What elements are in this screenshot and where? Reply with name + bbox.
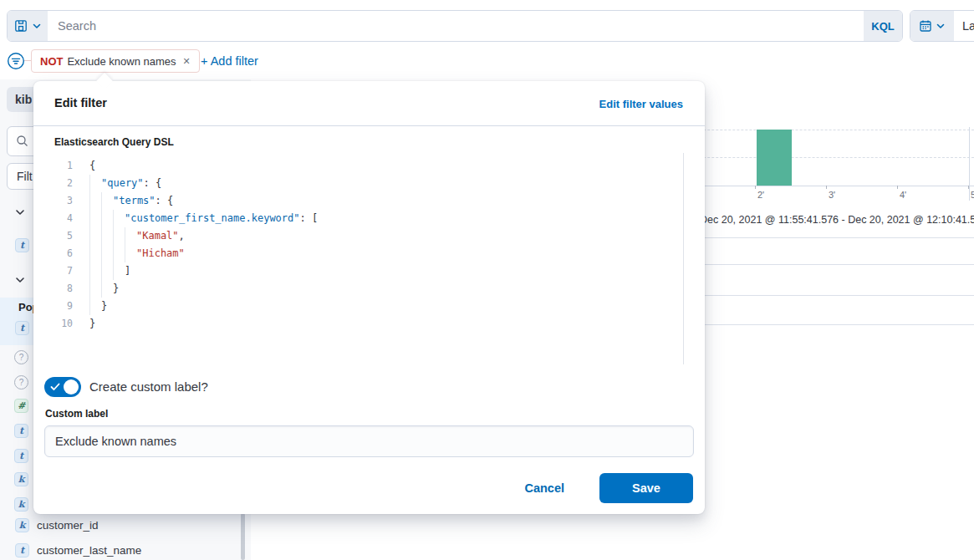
custom-label-input[interactable] — [44, 425, 694, 457]
code-line: 7] — [54, 262, 683, 280]
dsl-code-editor[interactable]: 1{2"query": {3"terms": {4"customer_first… — [54, 153, 684, 364]
field-type-token: k — [14, 472, 28, 486]
code-line: 10} — [54, 315, 683, 333]
field-name: customer_last_name — [37, 544, 141, 557]
filter-negate-prefix: NOT — [40, 55, 63, 68]
custom-label-toggle[interactable] — [44, 377, 81, 397]
tick-mark — [897, 186, 898, 189]
add-filter-button[interactable]: + Add filter — [201, 54, 258, 68]
question-icon: ? — [14, 350, 28, 364]
field-type-token: t — [14, 424, 28, 438]
filter-pill-exclude-known-names[interactable]: NOT Exclude known names ✕ — [31, 49, 200, 73]
dsl-label: Elasticsearch Query DSL — [54, 136, 174, 148]
question-icon: ? — [14, 375, 28, 389]
chevron-down-icon — [936, 21, 946, 31]
popover-title: Edit filter — [54, 96, 107, 109]
code-line: 9} — [54, 298, 683, 315]
code-line: 5"Kamal", — [54, 227, 683, 245]
field-type-token: k — [15, 518, 29, 532]
save-button[interactable]: Save — [599, 473, 693, 503]
field-item-customer_id[interactable]: kcustomer_id — [15, 512, 99, 537]
search-input[interactable] — [48, 11, 864, 41]
sidebar-scrollbar[interactable] — [241, 513, 245, 560]
popover-arrow — [96, 73, 113, 89]
custom-label-toggle-text: Create custom label? — [89, 379, 208, 394]
calendar-icon — [919, 19, 932, 33]
toggle-knob — [64, 379, 79, 395]
date-quick-select-button[interactable] — [910, 11, 954, 41]
section-collapse-chevron-icon[interactable] — [13, 273, 27, 287]
search-icon — [16, 135, 29, 148]
edit-filter-values-link[interactable]: Edit filter values — [599, 98, 683, 110]
field-type-token: t — [15, 543, 29, 557]
check-icon — [50, 383, 60, 391]
filter-set-menu-icon[interactable] — [7, 52, 25, 70]
code-line: 6"Hicham" — [54, 245, 683, 262]
date-picker: La — [910, 10, 974, 42]
tick-label: 2' — [757, 190, 764, 200]
field-type-token: # — [14, 399, 28, 413]
field-type-token: t — [14, 449, 28, 463]
histogram-bar[interactable] — [757, 130, 792, 186]
chevron-down-icon — [32, 21, 42, 31]
code-line: 4"customer_first_name.keyword": [ — [54, 210, 683, 227]
saved-query-menu-button[interactable] — [8, 11, 48, 41]
date-range-text[interactable]: La — [954, 11, 974, 41]
code-line: 8} — [54, 280, 683, 298]
edit-filter-popover: Edit filter Edit filter values Elasticse… — [33, 81, 705, 514]
divider — [33, 125, 705, 126]
kql-language-button[interactable]: KQL — [864, 11, 902, 41]
chart-time-range-label: Dec 20, 2021 @ 11:55:41.576 - Dec 20, 20… — [700, 214, 974, 226]
field-name: customer_id — [37, 519, 99, 532]
divider — [24, 60, 31, 61]
tick-mark — [826, 186, 827, 189]
filter-pill-label: Exclude known names — [67, 55, 176, 68]
tick-label: 5' — [971, 190, 974, 200]
query-bar: KQL — [7, 10, 903, 42]
remove-filter-icon[interactable]: ✕ — [183, 56, 191, 67]
custom-label-heading: Custom label — [45, 408, 108, 420]
field-token-text: t — [15, 238, 29, 252]
tick-label: 4' — [900, 190, 906, 200]
code-line: 2"query": { — [54, 175, 683, 192]
save-icon — [14, 19, 28, 33]
field-token-text: t — [15, 321, 29, 335]
code-line: 1{ — [54, 157, 683, 175]
section-collapse-chevron-icon[interactable] — [13, 206, 27, 219]
field-item-customer_last_name[interactable]: tcustomer_last_name — [15, 537, 141, 560]
tick-mark — [755, 186, 756, 189]
field-type-token: k — [14, 497, 28, 512]
chart-right-boundary — [969, 127, 970, 201]
dsl-editor-lines: 1{2"query": {3"terms": {4"customer_first… — [54, 157, 683, 333]
tick-mark — [968, 186, 969, 189]
kibana-discover-page: KQL La NOT Exclude known names ✕ — [0, 0, 974, 560]
code-line: 3"terms": { — [54, 192, 683, 210]
tick-label: 3' — [829, 190, 835, 200]
cancel-button[interactable]: Cancel — [524, 473, 564, 503]
